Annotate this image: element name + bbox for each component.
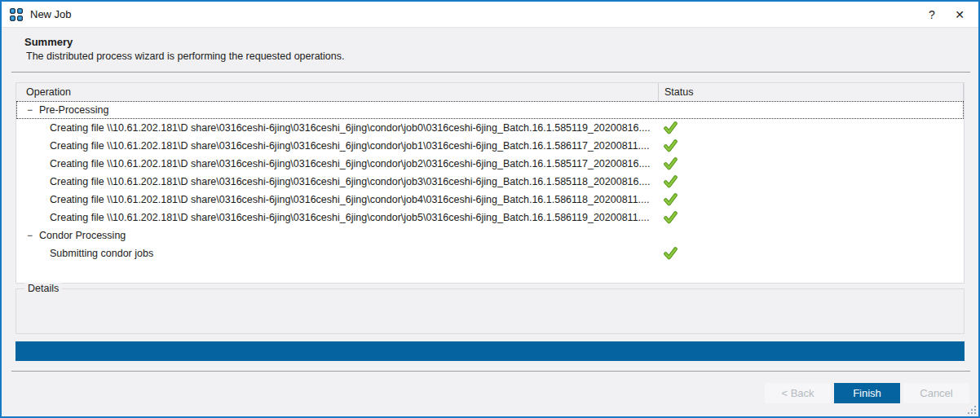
operation-cell: Creating file \\10.61.202.181\D share\03… xyxy=(16,140,659,152)
operation-label: Creating file \\10.61.202.181\D share\03… xyxy=(50,212,650,223)
page-title: Summery xyxy=(24,36,978,48)
operation-label: Creating file \\10.61.202.181\D share\03… xyxy=(50,140,650,152)
operation-label: Pre-Processing xyxy=(39,104,108,116)
finish-button[interactable]: Finish xyxy=(834,383,900,403)
operation-cell: Creating file \\10.61.202.181\D share\03… xyxy=(16,194,659,205)
table-row[interactable]: Creating file \\10.61.202.181\D share\03… xyxy=(16,137,964,155)
column-header-operation[interactable]: Operation xyxy=(16,83,659,101)
status-cell xyxy=(659,155,964,173)
operation-label: Submitting condor jobs xyxy=(50,248,153,259)
operation-cell: Submitting condor jobs xyxy=(16,248,659,259)
status-cell xyxy=(659,244,964,262)
table-row[interactable]: Creating file \\10.61.202.181\D share\03… xyxy=(16,209,964,227)
status-cell xyxy=(659,101,964,119)
status-cell xyxy=(659,191,964,209)
resize-grip[interactable] xyxy=(967,405,976,414)
status-check-icon xyxy=(664,175,678,188)
operation-cell: − Condor Processing xyxy=(16,230,659,241)
status-check-icon xyxy=(664,121,678,134)
operation-label: Condor Processing xyxy=(39,230,126,241)
page-description: The distributed process wizard is perfor… xyxy=(26,51,978,62)
status-cell xyxy=(659,119,964,137)
table-header: Operation Status xyxy=(16,83,964,101)
app-icon-node xyxy=(17,15,23,21)
operation-label: Creating file \\10.61.202.181\D share\03… xyxy=(50,122,650,134)
table-row[interactable]: Creating file \\10.61.202.181\D share\03… xyxy=(16,173,964,191)
operation-cell: Creating file \\10.61.202.181\D share\03… xyxy=(16,122,659,134)
operation-cell: Creating file \\10.61.202.181\D share\03… xyxy=(16,176,659,187)
operation-cell: Creating file \\10.61.202.181\D share\03… xyxy=(16,158,659,169)
operation-label: Creating file \\10.61.202.181\D share\03… xyxy=(50,194,650,205)
status-cell xyxy=(659,137,964,155)
table-row[interactable]: Creating file \\10.61.202.181\D share\03… xyxy=(16,191,964,209)
status-check-icon xyxy=(664,193,678,206)
details-label: Details xyxy=(24,283,62,294)
table-row[interactable]: Creating file \\10.61.202.181\D share\03… xyxy=(16,119,964,137)
table-row[interactable]: Submitting condor jobs xyxy=(16,244,964,262)
cancel-button[interactable]: Cancel xyxy=(903,383,969,403)
operation-cell: Creating file \\10.61.202.181\D share\03… xyxy=(16,212,659,223)
progress-bar xyxy=(15,341,965,361)
button-row: < Back Finish Cancel xyxy=(2,383,969,403)
status-check-icon xyxy=(664,157,678,170)
status-cell xyxy=(659,209,964,227)
details-groupbox: Details xyxy=(15,288,965,334)
status-check-icon xyxy=(664,139,678,152)
help-button[interactable]: ? xyxy=(918,3,946,26)
app-icon-node xyxy=(17,8,23,14)
bottom-separator xyxy=(11,371,970,372)
status-cell xyxy=(659,173,964,191)
table-row[interactable]: Creating file \\10.61.202.181\D share\03… xyxy=(16,155,964,173)
table-row[interactable]: − Condor Processing xyxy=(16,227,964,244)
table-body: − Pre-Processing Creating file \\10.61.2… xyxy=(16,101,964,262)
operations-table: Operation Status − Pre-Processing Creati… xyxy=(15,82,965,284)
window-title: New Job xyxy=(30,8,72,20)
back-button[interactable]: < Back xyxy=(765,383,831,403)
status-check-icon xyxy=(664,211,678,224)
operation-label: Creating file \\10.61.202.181\D share\03… xyxy=(50,176,650,187)
status-cell xyxy=(659,227,964,244)
top-separator xyxy=(11,72,970,73)
column-header-status[interactable]: Status xyxy=(659,83,964,101)
tree-expander-icon[interactable]: − xyxy=(27,230,39,241)
app-icon-node xyxy=(10,8,15,14)
status-check-icon xyxy=(664,247,678,260)
app-icon-node xyxy=(10,15,15,21)
operation-cell: − Pre-Processing xyxy=(16,104,659,116)
app-icon xyxy=(10,8,23,21)
progress-fill xyxy=(15,341,965,361)
title-bar[interactable]: New Job ? ✕ xyxy=(2,2,978,28)
new-job-dialog: New Job ? ✕ Summery The distributed proc… xyxy=(0,0,980,418)
table-row[interactable]: − Pre-Processing xyxy=(16,101,964,119)
tree-expander-icon[interactable]: − xyxy=(27,104,39,116)
operation-label: Creating file \\10.61.202.181\D share\03… xyxy=(50,158,650,169)
close-button[interactable]: ✕ xyxy=(946,3,973,26)
